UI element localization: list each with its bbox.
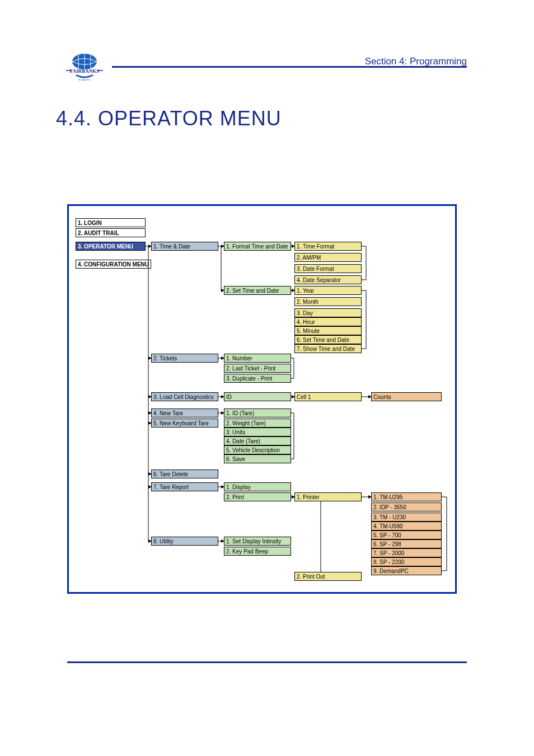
menu-diagram: 1. LOGIN 2. AUDIT TRAIL 3. OPERATOR MENU… bbox=[67, 204, 457, 594]
page-title: 4.4. OPERATOR MENU bbox=[56, 107, 534, 130]
footer-rule bbox=[67, 661, 467, 663]
svg-text:FAIRBANKS: FAIRBANKS bbox=[70, 68, 99, 74]
section-label: Section 4: Programming bbox=[365, 56, 467, 67]
fairbanks-logo: FAIRBANKS S C A L E S bbox=[66, 53, 103, 82]
svg-text:S C A L E S: S C A L E S bbox=[79, 78, 91, 81]
connectors bbox=[69, 206, 455, 592]
